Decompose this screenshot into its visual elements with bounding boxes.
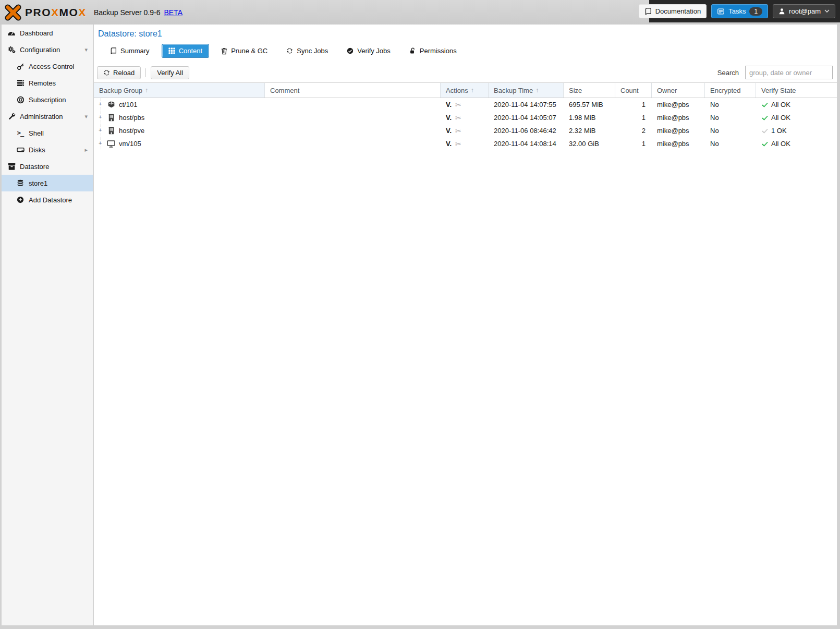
verify-action[interactable]: V. (446, 127, 452, 135)
host-building-icon (106, 127, 116, 135)
search-input[interactable] (745, 66, 833, 79)
sidebar-item-store1[interactable]: store1 (2, 175, 93, 191)
column-header-owner[interactable]: Owner (652, 83, 705, 98)
chevron-down-icon[interactable]: ▾ (84, 46, 88, 53)
sidebar-item-subscription[interactable]: Subscription (2, 91, 93, 108)
beta-link[interactable]: BETA (164, 8, 183, 17)
column-header-comment[interactable]: Comment (265, 83, 441, 98)
gears-icon (7, 45, 16, 54)
terminal-icon: >_ (16, 129, 25, 137)
sidebar-item-access-control[interactable]: Access Control (2, 58, 93, 75)
check-icon-green (761, 101, 768, 108)
comment-cell (265, 111, 441, 124)
trash-icon (221, 47, 227, 55)
column-header-backup-time[interactable]: Backup Time ↑ (489, 83, 564, 98)
backup-time-cell: 2020-11-04 14:05:07 (489, 111, 564, 124)
chevron-down-icon[interactable]: ▾ (84, 113, 88, 120)
tab-sync-jobs[interactable]: Sync Jobs (279, 44, 335, 58)
verify-action[interactable]: V. (446, 114, 452, 122)
verify-state-cell: All OK (756, 111, 837, 124)
column-header-backup-group[interactable]: Backup Group ↑ (94, 83, 265, 98)
column-header-count[interactable]: Count (615, 83, 652, 98)
tasks-button[interactable]: Tasks 1 (711, 4, 768, 18)
tab-bar: Summary Content Prune & GC (94, 44, 837, 58)
expand-plus-icon[interactable]: + (97, 124, 105, 137)
size-cell: 695.57 MiB (564, 98, 615, 111)
expand-plus-icon[interactable]: + (97, 137, 105, 150)
backup-time-cell: 2020-11-06 08:46:42 (489, 124, 564, 137)
expand-plus-icon[interactable]: + (97, 98, 105, 111)
reload-button[interactable]: Reload (97, 66, 141, 79)
documentation-button[interactable]: Documentation (639, 4, 707, 18)
column-header-actions[interactable]: Actions ↑ (441, 83, 489, 98)
chevron-right-icon[interactable]: ▸ (84, 147, 88, 153)
actions-cell: V. ✂ (441, 124, 489, 137)
task-list-icon (717, 8, 725, 15)
scissors-prune-icon[interactable]: ✂ (455, 114, 461, 122)
backup-time-cell: 2020-11-04 14:07:55 (489, 98, 564, 111)
column-header-encrypted[interactable]: Encrypted (705, 83, 756, 98)
verify-all-button[interactable]: Verify All (151, 66, 189, 79)
verify-state-cell: All OK (756, 98, 837, 111)
hdd-icon (16, 146, 25, 154)
verify-action[interactable]: V. (446, 101, 452, 108)
table-row[interactable]: + host/pbs V. ✂ 2020-11-04 14:05:07 1.98… (94, 111, 837, 124)
column-header-size[interactable]: Size (564, 83, 615, 98)
table-header: Backup Group ↑ Comment Actions ↑ Backup … (94, 83, 837, 98)
table-row[interactable]: + host/pve V. ✂ 2020-11-06 08:46:42 2.32… (94, 124, 837, 137)
book-icon (110, 47, 117, 54)
sidebar-item-shell[interactable]: >_ Shell (2, 125, 93, 141)
chevron-down-icon (824, 9, 830, 13)
dashboard-gauge-icon (7, 29, 16, 37)
size-cell: 1.98 MiB (564, 111, 615, 124)
refresh-icon (103, 69, 110, 76)
sidebar-item-configuration[interactable]: Configuration ▾ (2, 41, 93, 58)
owner-cell: mike@pbs (652, 98, 705, 111)
expand-plus-icon[interactable]: + (97, 111, 105, 124)
count-cell: 1 (615, 137, 652, 150)
search-label: Search (717, 69, 739, 77)
verify-state-cell: 1 OK (756, 124, 837, 137)
comment-cell (265, 98, 441, 111)
sidebar-item-remotes[interactable]: Remotes (2, 75, 93, 91)
tab-permissions[interactable]: Permissions (403, 44, 464, 58)
main-panel: Datastore: store1 Summary Content (94, 25, 837, 625)
column-header-verify-state[interactable]: Verify State (756, 83, 837, 98)
user-menu-button[interactable]: root@pam (773, 4, 835, 18)
scissors-prune-icon[interactable]: ✂ (455, 101, 461, 109)
verify-state-cell: All OK (756, 137, 837, 150)
toolbar: Reload Verify All Search (94, 63, 837, 83)
sort-asc-icon: ↑ (535, 87, 539, 94)
key-icon (16, 62, 25, 70)
encrypted-cell: No (705, 137, 756, 150)
encrypted-cell: No (705, 111, 756, 124)
scissors-prune-icon[interactable]: ✂ (455, 127, 461, 135)
actions-cell: V. ✂ (441, 98, 489, 111)
table-row[interactable]: + vm/105 V. ✂ 2020-11-04 14:08:14 32.00 … (94, 137, 837, 150)
backup-time-cell: 2020-11-04 14:08:14 (489, 137, 564, 150)
sidebar-item-datastore[interactable]: Datastore (2, 158, 93, 175)
comment-cell (265, 124, 441, 137)
sidebar-item-administration[interactable]: Administration ▾ (2, 108, 93, 125)
brand-wordmark: PROXMOX (25, 6, 87, 19)
size-cell: 32.00 GiB (564, 137, 615, 150)
header-button-panel: Documentation Tasks 1 root@pam (649, 0, 840, 22)
tab-content[interactable]: Content (162, 44, 210, 58)
grid-icon (168, 47, 175, 54)
table-row[interactable]: + ct/101 V. ✂ 2020-11-04 14:07:55 695.57… (94, 98, 837, 111)
check-icon-gray (761, 127, 768, 134)
tab-prune-gc[interactable]: Prune & GC (214, 44, 274, 58)
unlock-icon (409, 47, 416, 54)
sidebar-item-add-datastore[interactable]: Add Datastore (2, 191, 93, 208)
sidebar-item-disks[interactable]: Disks ▸ (2, 141, 93, 158)
check-icon-green (761, 140, 768, 147)
encrypted-cell: No (705, 124, 756, 137)
sort-asc-icon: ↑ (145, 87, 148, 94)
tab-verify-jobs[interactable]: Verify Jobs (340, 44, 397, 58)
plus-circle-icon (16, 196, 25, 204)
owner-cell: mike@pbs (652, 111, 705, 124)
sidebar-item-dashboard[interactable]: Dashboard (2, 25, 93, 41)
scissors-prune-icon[interactable]: ✂ (455, 140, 461, 148)
tab-summary[interactable]: Summary (103, 44, 156, 58)
verify-action[interactable]: V. (446, 140, 452, 148)
